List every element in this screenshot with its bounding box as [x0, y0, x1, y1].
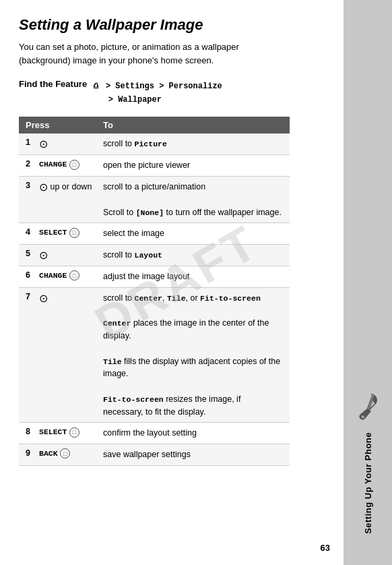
to-header: To — [96, 117, 290, 133]
press-cell: ⊙ up or down — [32, 177, 96, 223]
row-num: 9 — [19, 444, 32, 466]
nav-icon: ⊙ — [39, 249, 48, 261]
btn-icon: □ — [69, 427, 79, 438]
to-cell: select the image — [96, 223, 290, 245]
to-cell: open the picture viewer — [96, 155, 290, 177]
svg-point-0 — [361, 415, 364, 419]
key-label: BACK — [39, 449, 58, 458]
sidebar-icon-area: Setting Up Your Phone — [354, 392, 381, 534]
find-feature-section: Find the Feature ⎙ > Settings > Personal… — [19, 79, 290, 106]
press-cell: CHANGE □ — [32, 266, 96, 288]
table-row: 3 ⊙ up or down scroll to a picture/anima… — [19, 177, 290, 223]
btn-icon: □ — [69, 270, 79, 280]
press-extra: up or down — [50, 182, 92, 191]
btn-icon: □ — [60, 448, 70, 458]
key-label: SELECT — [39, 427, 67, 436]
key-label: SELECT — [39, 228, 67, 237]
page-title: Setting a Wallpaper Image — [19, 16, 290, 34]
row-num: 1 — [19, 133, 32, 155]
key-label: CHANGE — [39, 271, 67, 280]
press-cell: ⊙ — [32, 287, 96, 423]
to-cell: confirm the layout setting — [96, 423, 290, 444]
row-num: 7 — [19, 287, 32, 423]
to-cell: save wallpaper settings — [96, 444, 290, 466]
menu-icon: ⎙ — [94, 82, 98, 90]
inline-code: Tile — [167, 294, 186, 303]
key-label: CHANGE — [39, 160, 67, 169]
row-num: 4 — [19, 223, 32, 245]
press-cell: ⊙ — [32, 245, 96, 266]
intro-text: You can set a photo, picture, or animati… — [19, 40, 290, 67]
row-num: 5 — [19, 245, 32, 266]
inline-code: Center — [135, 294, 162, 303]
inline-code: [None] — [136, 208, 164, 217]
to-cell: adjust the image layout — [96, 266, 290, 288]
menu-path: > Settings > Personalize > Wallpaper — [94, 82, 222, 105]
page-number: 63 — [321, 543, 330, 553]
table-body: 1 ⊙ scroll to Picture 2 CHANGE □ open — [19, 133, 290, 465]
inline-code: Tile — [103, 357, 122, 366]
row-num: 2 — [19, 155, 32, 177]
press-cell: ⊙ — [32, 133, 96, 155]
btn-icon: □ — [69, 228, 79, 238]
inline-code: Center — [103, 319, 131, 328]
page-container: Setting a Wallpaper Image You can set a … — [0, 0, 392, 565]
tools-icon — [354, 392, 381, 425]
table-row: 1 ⊙ scroll to Picture — [19, 133, 290, 155]
sidebar-text: Setting Up Your Phone — [363, 432, 373, 534]
table-row: 9 BACK □ save wallpaper settings — [19, 444, 290, 466]
nav-icon: ⊙ — [39, 181, 48, 193]
press-cell: SELECT □ — [32, 423, 96, 444]
inline-code: Layout — [135, 251, 162, 260]
find-feature-value: ⎙ > Settings > Personalize > Wallpaper — [94, 79, 222, 106]
inline-code: Fit-to-screen — [103, 395, 164, 404]
to-cell: scroll to Center, Tile, or Fit-to-screen… — [96, 287, 290, 423]
nav-icon: ⊙ — [39, 293, 48, 304]
btn-icon: □ — [69, 160, 79, 170]
to-cell: scroll to Layout — [96, 245, 290, 266]
instruction-table: Press To 1 ⊙ scroll to Picture 2 — [19, 117, 290, 466]
inline-code: Fit-to-screen — [200, 294, 261, 303]
row-num: 3 — [19, 177, 32, 223]
table-header: Press To — [19, 117, 290, 133]
table-row: 4 SELECT □ select the image — [19, 223, 290, 245]
row-num: 8 — [19, 423, 32, 444]
press-cell: SELECT □ — [32, 223, 96, 245]
press-header: Press — [19, 117, 96, 133]
nav-icon: ⊙ — [39, 138, 48, 150]
table-row: 2 CHANGE □ open the picture viewer — [19, 155, 290, 177]
right-sidebar: Setting Up Your Phone — [344, 0, 392, 565]
table-row: 8 SELECT □ confirm the layout setting — [19, 423, 290, 444]
to-cell: scroll to Picture — [96, 133, 290, 155]
press-cell: BACK □ — [32, 444, 96, 466]
to-cell: scroll to a picture/animation Scroll to … — [96, 177, 290, 223]
press-cell: CHANGE □ — [32, 155, 96, 177]
find-feature-label: Find the Feature — [19, 79, 94, 89]
inline-code: Picture — [135, 140, 167, 148]
table-row: 6 CHANGE □ adjust the image layout — [19, 266, 290, 288]
row-num: 6 — [19, 266, 32, 288]
table-row: 7 ⊙ scroll to Center, Tile, or Fit-to-sc… — [19, 287, 290, 423]
main-content: Setting a Wallpaper Image You can set a … — [0, 0, 344, 565]
table-row: 5 ⊙ scroll to Layout — [19, 245, 290, 266]
